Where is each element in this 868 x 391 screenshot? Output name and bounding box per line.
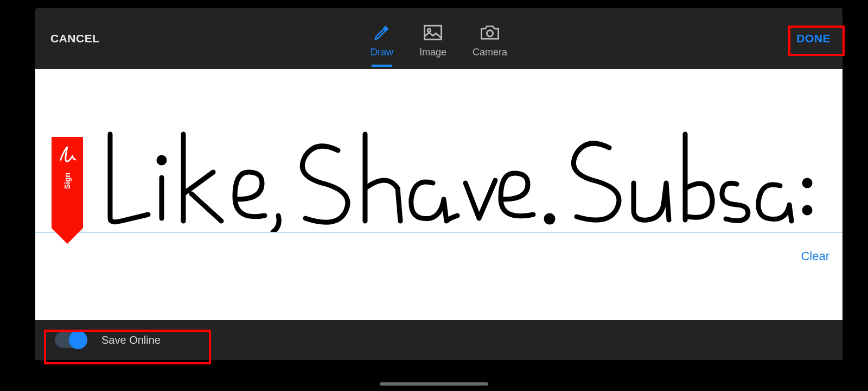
svg-rect-0 xyxy=(424,26,441,40)
camera-icon xyxy=(480,23,500,42)
done-button[interactable]: DONE xyxy=(789,27,838,51)
topbar: CANCEL Draw Image xyxy=(35,8,843,69)
image-icon xyxy=(423,23,443,42)
toggle-knob xyxy=(69,331,87,349)
tab-label: Camera xyxy=(473,47,507,58)
tab-camera[interactable]: Camera xyxy=(473,23,507,58)
clear-button[interactable]: Clear xyxy=(801,249,829,263)
screen: CANCEL Draw Image xyxy=(0,0,868,391)
tab-underline xyxy=(372,65,392,67)
bottombar: Save Online xyxy=(35,320,843,360)
svg-point-3 xyxy=(159,157,164,163)
save-online-toggle[interactable] xyxy=(55,332,86,348)
svg-point-6 xyxy=(805,207,810,213)
handwritten-signature xyxy=(99,123,826,232)
signature-canvas[interactable]: Sign xyxy=(35,69,843,320)
tab-image[interactable]: Image xyxy=(419,23,446,58)
tab-label: Image xyxy=(419,47,446,58)
input-mode-tabs: Draw Image Camera xyxy=(371,11,507,67)
pen-icon xyxy=(372,23,392,42)
tab-label: Draw xyxy=(371,47,393,58)
svg-point-4 xyxy=(546,216,553,222)
save-online-label: Save Online xyxy=(101,334,161,346)
svg-point-5 xyxy=(805,180,810,186)
adobe-sign-ribbon: Sign xyxy=(52,137,83,228)
home-indicator[interactable] xyxy=(380,382,488,386)
signature-dialog: CANCEL Draw Image xyxy=(35,8,843,360)
svg-point-2 xyxy=(487,30,493,36)
cancel-button[interactable]: CANCEL xyxy=(50,32,100,45)
signature-baseline xyxy=(35,232,843,232)
tab-draw[interactable]: Draw xyxy=(371,23,393,67)
ribbon-label: Sign xyxy=(63,173,72,189)
adobe-logo-icon xyxy=(52,143,83,166)
svg-point-1 xyxy=(427,28,431,31)
